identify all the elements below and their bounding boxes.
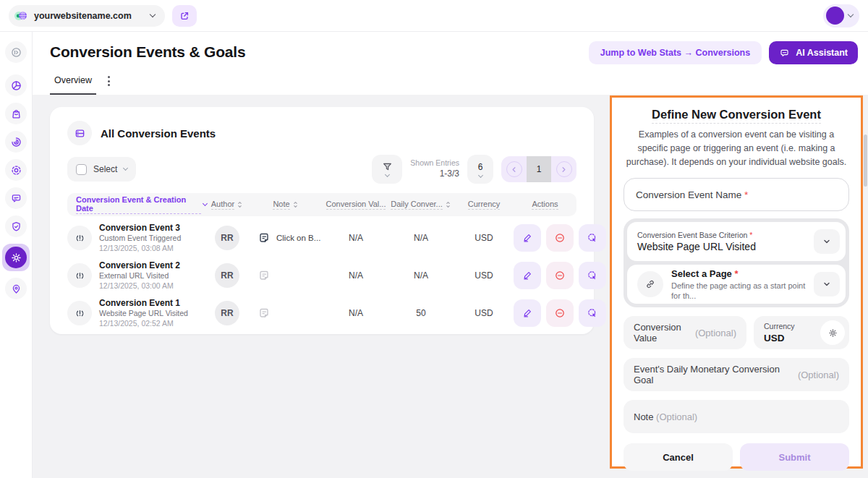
tab-options-menu[interactable] [108, 76, 110, 94]
conversion-value: N/A [324, 270, 388, 281]
edit-event-button[interactable] [514, 299, 541, 327]
page-title: Conversion Events & Goals [50, 43, 245, 61]
ai-assistant-button[interactable]: AI Assistant [769, 41, 858, 64]
sidebar-item-sessions[interactable] [5, 131, 27, 153]
tab-overview[interactable]: Overview [50, 75, 96, 95]
card-title: All Conversion Events [101, 127, 216, 140]
submit-button[interactable]: Submit [740, 443, 849, 471]
event-criterion: External URL Visited [99, 271, 180, 281]
event-criterion: Website Page URL Visited [99, 309, 188, 319]
define-conversion-event-panel: Define New Conversion Event Examples of … [610, 95, 863, 469]
shown-entries-label: Shown Entries [410, 158, 459, 168]
cursor-click-icon [587, 270, 598, 281]
remove-event-button[interactable] [546, 262, 574, 289]
select-all-checkbox[interactable] [76, 164, 87, 175]
chevron-down-icon [385, 172, 390, 177]
column-currency[interactable]: Currency [454, 200, 514, 210]
note-input[interactable]: Note (Optional) [624, 400, 849, 433]
sidebar-item-goals[interactable] [5, 159, 27, 181]
conversion-events-card: All Conversion Events Select Shown Entri… [50, 107, 594, 334]
panel-title: Define New Conversion Event [624, 108, 849, 121]
chevron-down-icon [822, 237, 831, 246]
pencil-icon [522, 270, 533, 281]
chevron-down-icon [477, 172, 482, 177]
arrow-right-icon [560, 166, 568, 174]
page-header: Conversion Events & Goals Jump to Web St… [33, 32, 868, 95]
daily-goal-input[interactable]: Event's Daily Monetary Conversion Goal (… [624, 358, 849, 391]
author-avatar: RR [215, 263, 239, 288]
criterion-group: Conversion Event Base Criterion * Websit… [624, 218, 849, 307]
chevron-down-button[interactable] [814, 229, 840, 254]
event-broadcast-icon [67, 226, 92, 250]
cursor-click-icon [587, 307, 598, 319]
track-click-button[interactable] [579, 299, 606, 327]
column-event-date[interactable]: Conversion Event & Creation Date [67, 195, 207, 214]
select-dropdown-button[interactable]: Select [67, 157, 136, 182]
cursor-click-icon [587, 232, 598, 244]
panel-description: Examples of a conversion event can be vi… [624, 128, 849, 168]
note-icon[interactable] [257, 231, 271, 245]
sidebar-item-settings[interactable] [2, 244, 30, 271]
radar-icon [10, 136, 22, 148]
table-icon [67, 121, 92, 145]
event-name[interactable]: Conversion Event 1 [99, 298, 188, 309]
note-icon[interactable] [257, 306, 271, 320]
chevron-down-button[interactable] [814, 272, 840, 296]
select-page-dropdown[interactable]: Select a Page * Define the page acting a… [627, 265, 846, 304]
previous-page-button[interactable] [501, 156, 527, 182]
select-page-label: Select a Page * [671, 268, 814, 281]
sidebar-item-feedback[interactable] [5, 187, 27, 209]
next-page-button[interactable] [551, 156, 576, 182]
track-click-button[interactable] [579, 262, 606, 289]
currency-value: USD [454, 308, 514, 318]
edit-event-button[interactable] [514, 224, 541, 252]
site-selector[interactable]: yourwebsitename.com [9, 5, 165, 27]
event-name[interactable]: Conversion Event 2 [99, 260, 180, 271]
remove-event-button[interactable] [546, 224, 574, 252]
main-content: Conversion Events & Goals Jump to Web St… [33, 32, 868, 478]
sidebar-item-analytics[interactable] [5, 74, 27, 96]
event-criterion: Custom Event Triggered [99, 234, 181, 244]
currency-value: USD [454, 233, 514, 243]
sidebar-item-ecommerce[interactable] [5, 103, 27, 124]
shopping-bag-icon [10, 108, 22, 120]
pagination: 1 [501, 156, 576, 182]
currency-settings-button[interactable] [820, 320, 845, 345]
edit-event-button[interactable] [514, 262, 541, 289]
sidebar-collapse-button[interactable] [5, 41, 27, 63]
select-page-hint: Define the page acting as a start point … [671, 281, 814, 302]
column-daily-conversion[interactable]: Daily Conver... [388, 200, 454, 210]
currency-label: Currency [764, 321, 795, 331]
column-conversion-value[interactable]: Conversion Val... [324, 200, 388, 210]
jump-to-web-stats-button[interactable]: Jump to Web Stats → Conversions [589, 41, 762, 64]
cancel-button[interactable]: Cancel [624, 443, 733, 471]
column-author[interactable]: Author [207, 200, 247, 210]
currency-field[interactable]: Currency USD [754, 316, 849, 349]
collapse-arrow-icon [10, 46, 22, 59]
pie-chart-icon [10, 80, 22, 92]
remove-event-button[interactable] [546, 299, 574, 327]
user-menu[interactable] [823, 4, 859, 27]
event-name[interactable]: Conversion Event 3 [99, 223, 181, 234]
chevron-down-icon [848, 12, 854, 17]
sidebar-item-privacy[interactable] [5, 215, 27, 237]
note-icon[interactable] [257, 268, 271, 283]
conversion-event-name-input[interactable]: Conversion Event Name * [624, 178, 849, 211]
scrollbar-thumb[interactable] [864, 135, 867, 187]
shown-entries: Shown Entries 1-3/3 [410, 158, 459, 179]
page-size-select[interactable]: 6 [467, 155, 493, 184]
track-click-button[interactable] [579, 224, 606, 252]
sort-icon [445, 200, 451, 209]
base-criterion-select[interactable]: Conversion Event Base Criterion * Websit… [627, 222, 846, 261]
daily-conversion-value: N/A [388, 270, 454, 281]
site-name: yourwebsitename.com [34, 11, 132, 21]
open-website-button[interactable] [172, 5, 197, 27]
sidebar-item-locations[interactable] [5, 278, 27, 299]
filter-button[interactable] [372, 155, 402, 184]
column-note[interactable]: Note [247, 200, 324, 210]
page-size-value: 6 [478, 162, 483, 172]
page-number[interactable]: 1 [527, 156, 551, 182]
table-row: Conversion Event 3 Custom Event Triggere… [67, 219, 576, 257]
conversion-value-input[interactable]: Conversion Value (Optional) [624, 316, 746, 349]
criterion-label: Conversion Event Base Criterion * [637, 230, 756, 240]
